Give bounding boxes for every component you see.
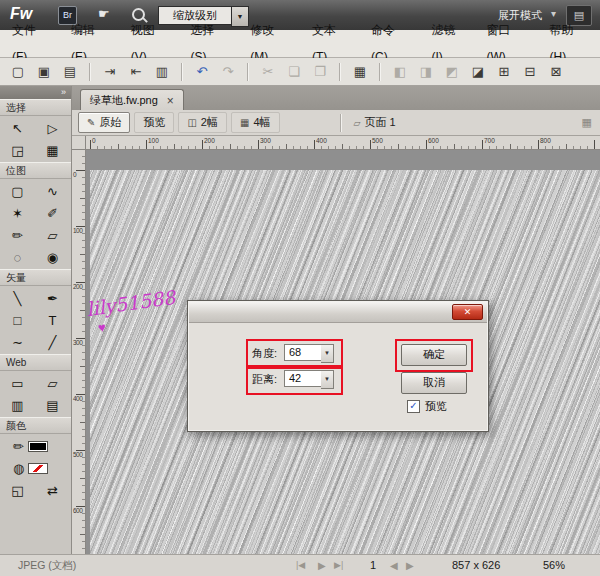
tool-stroke-color[interactable]: ✏: [3, 435, 67, 457]
tool-text[interactable]: T: [38, 309, 68, 331]
tools-panel-body: 选择↖▷◲▦位图▢∿✶✐✏▱◌◉矢量╲✒□T∼╱Web▭▱▥▤颜色✏◍◱⇄: [0, 99, 71, 502]
tool-freeform[interactable]: ∼: [3, 331, 33, 353]
angle-spinner-icon[interactable]: ▼: [321, 344, 334, 363]
tool-slice[interactable]: ▥: [3, 394, 33, 416]
toolbar-separator: [339, 63, 341, 81]
undo-icon[interactable]: ↶: [192, 62, 212, 82]
group-icon: ◩: [442, 62, 462, 82]
next-page-icon[interactable]: ▶: [406, 555, 414, 576]
main-toolbar: ▢▣▤⇥⇤▥↶↷✂❏❐▦◧◨◩◪⊞⊟⊠: [0, 58, 600, 86]
ruler-label: 400: [73, 395, 82, 402]
tool-rectangle[interactable]: □: [3, 309, 33, 331]
freeform-icon: ∼: [12, 336, 23, 349]
tool-rectangle-hotspot[interactable]: ▭: [3, 372, 33, 394]
ok-button[interactable]: 确定: [401, 344, 467, 366]
mode-button-four-up[interactable]: ▦4幅: [231, 112, 280, 133]
marquee-icon: ▢: [11, 185, 23, 198]
toolbar-separator: [89, 63, 91, 81]
tool-pointer[interactable]: ↖: [3, 117, 33, 139]
union-icon[interactable]: ⊠: [546, 62, 566, 82]
menu-bar: 文件(F)编辑(E)视图(V)选择(S)修改(M)文本(T)命令(C)滤镜(I)…: [0, 30, 600, 58]
document-tab[interactable]: 绿草地.fw.png ×: [80, 89, 184, 111]
tab-close-icon[interactable]: ×: [167, 95, 174, 107]
cancel-button[interactable]: 取消: [401, 372, 467, 394]
ruler-label: 200: [204, 137, 215, 144]
last-frame-icon[interactable]: ▶|: [334, 555, 343, 576]
tool-eraser[interactable]: ▱: [38, 224, 68, 246]
tool-magic-wand[interactable]: ✶: [3, 202, 33, 224]
export-icon[interactable]: ⇤: [126, 62, 146, 82]
join-icon[interactable]: ⊞: [494, 62, 514, 82]
tool-pencil[interactable]: ✏: [3, 224, 33, 246]
import-icon[interactable]: ⇥: [100, 62, 120, 82]
ruler-label: 600: [428, 137, 439, 144]
document-tab-title: 绿草地.fw.png: [90, 93, 158, 108]
tool-lasso[interactable]: ∿: [38, 180, 68, 202]
tool-polygon-hotspot[interactable]: ▱: [38, 372, 68, 394]
tool-crop[interactable]: ▦: [38, 139, 68, 161]
crop-icon: ▦: [46, 144, 58, 157]
open-icon[interactable]: ▤: [60, 62, 80, 82]
ruler-label: 800: [540, 137, 551, 144]
mode-button-preview[interactable]: 预览: [134, 112, 174, 133]
distance-label: 距离:: [252, 372, 277, 387]
page-selector[interactable]: 页面 1: [364, 115, 395, 130]
motion-blur-dialog: ✕ 角度: 68 ▼ 距离: 42 ▼ 确定 取消 ✓ 预览: [187, 300, 489, 432]
ruler-label: 300: [73, 339, 82, 346]
ungroup-icon[interactable]: ◪: [468, 62, 488, 82]
mode-button-original[interactable]: ✎原始: [78, 112, 130, 133]
tool-line[interactable]: ╲: [3, 287, 33, 309]
subselection-icon: ▷: [48, 122, 58, 135]
tool-default-colors[interactable]: ◱: [3, 479, 33, 501]
polygon-hotspot-icon: ▱: [48, 377, 58, 390]
tool-subselection[interactable]: ▷: [38, 117, 68, 139]
tools-panel-collapse-icon[interactable]: »: [0, 86, 71, 99]
play-icon[interactable]: ▶: [318, 555, 326, 576]
hide-slices-icon: ▤: [46, 399, 58, 412]
ruler-label: 200: [73, 283, 82, 290]
page-options-icon[interactable]: ▦: [582, 116, 592, 129]
align-icon[interactable]: ▦: [350, 62, 370, 82]
angle-input[interactable]: 68: [284, 344, 322, 361]
redo-icon: ↷: [218, 62, 238, 82]
toolbar-separator: [181, 63, 183, 81]
horizontal-ruler: 0100200300400500600700800: [86, 136, 600, 150]
preview-label: 预览: [143, 115, 165, 130]
distance-spinner-icon[interactable]: ▼: [321, 370, 334, 389]
line-icon: ╲: [14, 292, 22, 305]
mode-bar-divider: [340, 114, 342, 132]
knife-icon: ╱: [49, 336, 57, 349]
preview-checkbox[interactable]: ✓: [407, 400, 420, 413]
bring-to-front-icon: ◧: [390, 62, 410, 82]
tool-scale[interactable]: ◲: [3, 139, 33, 161]
dialog-close-button[interactable]: ✕: [452, 304, 483, 320]
tool-hide-slices[interactable]: ▤: [38, 394, 68, 416]
tool-knife[interactable]: ╱: [38, 331, 68, 353]
ruler-label: 100: [73, 227, 82, 234]
vertical-ruler: 0100200300400500600: [72, 150, 86, 554]
tool-brush[interactable]: ✐: [38, 202, 68, 224]
dialog-title-bar[interactable]: [189, 302, 487, 323]
stroke-color-swatch[interactable]: [28, 441, 48, 452]
print-icon[interactable]: ▥: [152, 62, 172, 82]
tool-swap-colors[interactable]: ⇄: [38, 479, 68, 501]
zoom-percentage[interactable]: 56%: [543, 555, 565, 576]
tool-blur[interactable]: ◌: [3, 246, 33, 268]
distance-input[interactable]: 42: [284, 370, 322, 387]
fill-color-icon: ◍: [13, 462, 24, 475]
tool-fill-color[interactable]: ◍: [3, 457, 67, 479]
tool-marquee[interactable]: ▢: [3, 180, 33, 202]
new-document-icon[interactable]: ▢: [8, 62, 28, 82]
canvas-dimensions: 857 x 626: [452, 555, 500, 576]
save-icon[interactable]: ▣: [34, 62, 54, 82]
default-colors-icon: ◱: [11, 484, 23, 497]
mode-button-two-up[interactable]: ◫2幅: [178, 112, 227, 133]
tool-pen[interactable]: ✒: [38, 287, 68, 309]
first-frame-icon[interactable]: |◀: [296, 555, 305, 576]
split-icon[interactable]: ⊟: [520, 62, 540, 82]
mode-bar-buttons: ✎原始预览◫2幅▦4幅: [78, 112, 280, 133]
previous-page-icon[interactable]: ◀: [390, 555, 398, 576]
tools-section-label: 矢量: [0, 269, 71, 286]
fill-color-swatch[interactable]: [28, 463, 48, 474]
tool-rubber-stamp[interactable]: ◉: [38, 246, 68, 268]
